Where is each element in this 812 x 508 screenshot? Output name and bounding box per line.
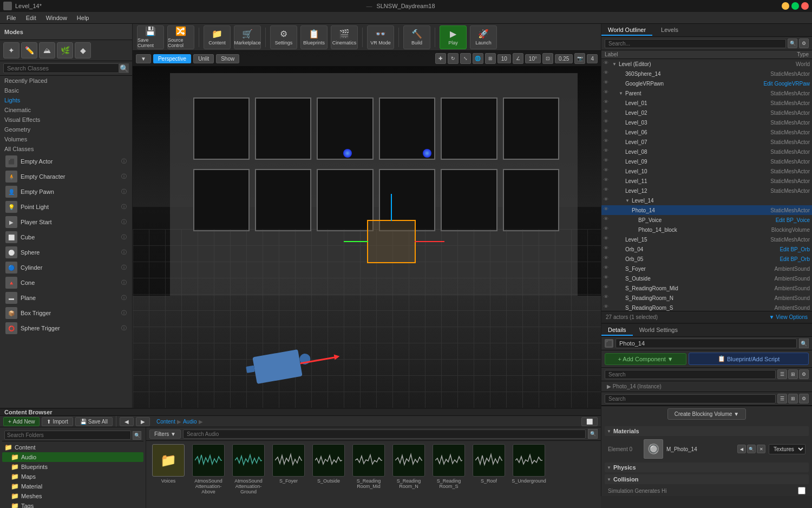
eye-icon[interactable]: 👁 <box>604 245 611 253</box>
folder-item-maps[interactable]: 📁 Maps <box>2 472 143 481</box>
eye-icon[interactable]: 👁 <box>604 148 611 155</box>
expand-icon[interactable]: ▼ <box>625 198 632 203</box>
wo-item-bp-voice[interactable]: 👁 BP_Voice Edit BP_Voice <box>601 215 812 225</box>
wo-item-level10[interactable]: 👁 Level_10 StaticMeshActor <box>601 166 812 176</box>
wo-item-s-readingroom-mid[interactable]: 👁 S_ReadingRoom_Mid AmbientSound <box>601 283 812 293</box>
collision-header[interactable]: ▼ Collision <box>605 474 809 484</box>
eye-icon[interactable]: 👁 <box>604 236 611 243</box>
vp-icon-translate[interactable]: ✚ <box>435 53 446 64</box>
actor-name-search-button[interactable]: 🔍 <box>799 338 809 348</box>
folder-item-tags[interactable]: 📁 Tags <box>2 501 143 508</box>
eye-icon[interactable]: 👁 <box>604 80 611 87</box>
create-blocking-volume-button[interactable]: Create Blocking Volume ▼ <box>667 408 746 420</box>
cb-item-reading-s[interactable]: S_Reading Room_S <box>430 444 468 489</box>
tab-world-outliner[interactable]: World Outliner <box>601 25 652 36</box>
category-visual-effects[interactable]: Visual Effects <box>0 115 132 125</box>
maximize-button[interactable] <box>791 2 799 10</box>
cb-item-s-roof[interactable]: S_Roof <box>470 444 508 484</box>
folder-item-content[interactable]: 📁 Content <box>2 442 143 452</box>
place-item-cube[interactable]: ⬜ Cube ⓘ <box>0 230 132 245</box>
wo-item-googlevr[interactable]: 👁 GoogleVRPawn Edit GoogleVRPaw <box>601 79 812 88</box>
wo-item-level12[interactable]: 👁 Level_12 StaticMeshActor <box>601 186 812 196</box>
place-item-empty-actor[interactable]: ⬛ Empty Actor ⓘ <box>0 154 132 169</box>
eye-icon[interactable]: 👁 <box>604 304 611 311</box>
eye-icon[interactable]: 👁 <box>604 294 611 302</box>
vp-unlit-button[interactable]: Unlit <box>193 54 214 63</box>
wo-item-level09[interactable]: 👁 Level_09 StaticMeshActor <box>601 157 812 166</box>
wo-item-level11[interactable]: 👁 Level_11 StaticMeshActor <box>601 176 812 186</box>
eye-icon[interactable]: 👁 <box>604 177 611 185</box>
eye-icon[interactable]: 👁 <box>604 138 611 146</box>
place-item-cylinder[interactable]: 🔵 Cylinder ⓘ <box>0 260 132 275</box>
expand-icon[interactable]: ▼ <box>612 62 619 67</box>
category-recently-placed[interactable]: Recently Placed <box>0 76 132 86</box>
content-button[interactable]: 📁 Content <box>204 25 231 49</box>
expand-icon[interactable]: ▼ <box>619 91 625 96</box>
folder-item-audio[interactable]: 📁 Audio <box>2 452 143 462</box>
filters-button[interactable]: Filters ▼ <box>149 429 181 439</box>
folder-item-meshes[interactable]: 📁 Meshes <box>2 491 143 501</box>
vp-icon-angle[interactable]: ∠ <box>513 53 523 64</box>
wo-item-s-readingroom-s[interactable]: 👁 S_ReadingRoom_S AmbientSound <box>601 303 812 311</box>
material-search[interactable]: 🔍 <box>747 445 756 453</box>
cb-item-reading-n[interactable]: S_Reading Room_N <box>390 444 428 489</box>
eye-icon[interactable]: 👁 <box>604 226 611 233</box>
cb-item-s-outside[interactable]: S_Outside <box>310 444 348 484</box>
source-control-button[interactable]: 🔀 Source Control <box>167 25 194 49</box>
cinematics-button[interactable]: 🎬 Cinematics <box>331 25 358 49</box>
search-classes-input[interactable] <box>3 63 119 73</box>
add-new-button[interactable]: + Add New <box>3 417 40 426</box>
tool-landscape[interactable]: ⛰ <box>39 42 55 58</box>
eye-icon[interactable]: 👁 <box>604 216 611 224</box>
tab-levels[interactable]: Levels <box>654 25 685 36</box>
wo-item-level08[interactable]: 👁 Level_08 StaticMeshActor <box>601 147 812 157</box>
category-basic[interactable]: Basic <box>0 86 132 95</box>
vp-icon-rotate[interactable]: ↻ <box>448 53 459 64</box>
blueprints-button[interactable]: 📋 Blueprints <box>300 25 328 49</box>
sim-generates-checkbox[interactable] <box>798 487 806 494</box>
folder-search-button[interactable]: 🔍 <box>133 431 141 440</box>
eye-icon[interactable]: 👁 <box>604 99 611 107</box>
wo-item-level14[interactable]: 👁 ▼ Level_14 <box>601 196 812 205</box>
wo-item-360sphere[interactable]: 👁 360Sphere_14 StaticMeshActor <box>601 69 812 79</box>
vp-grid-value[interactable]: 10 <box>497 54 511 63</box>
tool-select[interactable]: ✦ <box>3 42 19 58</box>
wo-item-level02[interactable]: 👁 Level_02 StaticMeshActor <box>601 108 812 118</box>
marketplace-button[interactable]: 🛒 Marketplace <box>234 25 261 49</box>
world-outliner-search-input[interactable] <box>605 39 786 48</box>
cb-item-atmos-above[interactable]: AtmosSound Attenuation-Above <box>189 444 227 494</box>
wo-search-button[interactable]: 🔍 <box>788 38 797 48</box>
properties-expand-button[interactable]: ⊞ <box>788 394 798 403</box>
eye-icon[interactable]: 👁 <box>604 89 611 97</box>
wo-type-link[interactable]: Edit GoogleVRPaw <box>763 81 810 87</box>
wo-type-link[interactable]: Edit BP_Orb <box>780 256 810 262</box>
cb-item-s-foyer[interactable]: S_Foyer <box>270 444 307 484</box>
folder-item-material[interactable]: 📁 Material <box>2 481 143 491</box>
place-item-point-light[interactable]: 💡 Point Light ⓘ <box>0 199 132 214</box>
actor-name-input[interactable] <box>615 338 797 348</box>
wo-item-s-outside[interactable]: 👁 S_Outside AmbientSound <box>601 273 812 283</box>
menu-file[interactable]: File <box>2 14 21 22</box>
wo-item-level-editor[interactable]: 👁 ▼ Level (Editor) World <box>601 59 812 69</box>
material-arrow-left[interactable]: ◀ <box>737 445 746 453</box>
category-all-classes[interactable]: All Classes <box>0 144 132 154</box>
search-classes-button[interactable]: 🔍 <box>119 63 129 73</box>
vp-icon-snap-world[interactable]: 🌐 <box>473 53 483 64</box>
details-filter-button[interactable]: ☰ <box>777 369 787 379</box>
physics-header[interactable]: ▼ Physics <box>605 463 809 472</box>
place-item-plane[interactable]: ▬ Plane ⓘ <box>0 290 132 305</box>
details-search-input[interactable] <box>605 370 776 379</box>
cb-maximize-button[interactable]: ⬜ <box>581 417 598 426</box>
cb-nav-forward[interactable]: ▶ <box>136 417 150 426</box>
wo-type-link[interactable]: Edit BP_Orb <box>780 246 810 252</box>
eye-icon[interactable]: 👁 <box>604 119 611 126</box>
tab-details[interactable]: Details <box>601 325 633 336</box>
place-item-box-trigger[interactable]: 📦 Box Trigger ⓘ <box>0 305 132 321</box>
eye-icon[interactable]: 👁 <box>604 197 611 204</box>
vp-icon-scale-snap[interactable]: ⊡ <box>542 53 553 64</box>
vp-show-button[interactable]: Show <box>216 54 239 63</box>
properties-search-input[interactable] <box>605 394 776 403</box>
cb-item-s-underground[interactable]: S_Underground <box>510 444 548 484</box>
tool-foliage[interactable]: 🌿 <box>57 42 73 58</box>
tab-world-settings[interactable]: World Settings <box>633 325 684 336</box>
